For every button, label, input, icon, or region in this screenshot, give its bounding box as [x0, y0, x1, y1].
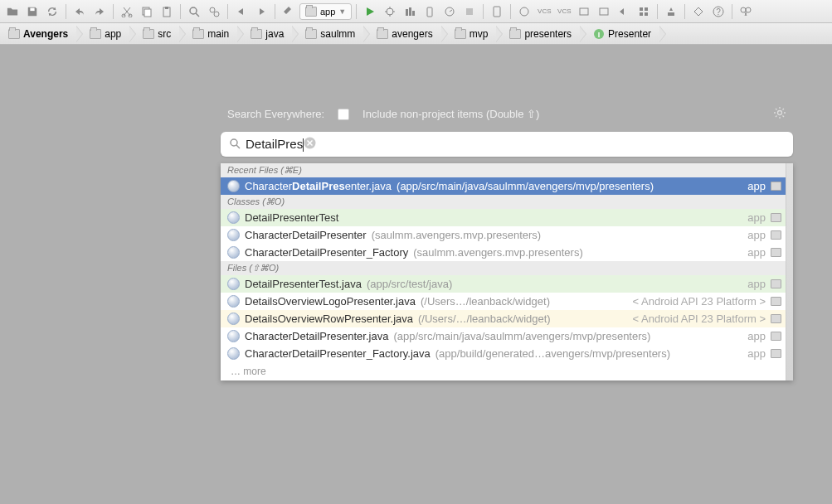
search-input-container[interactable]: DetailPres [221, 132, 793, 157]
result-path: (saulmm.avengers.mvp.presenters) [372, 229, 541, 241]
debug-icon[interactable] [381, 2, 399, 21]
toolbar-separator [66, 4, 66, 19]
vcs-revert-icon[interactable] [615, 2, 633, 21]
module-icon [771, 279, 781, 288]
breadcrumb-item[interactable]: IPresenter [588, 27, 659, 41]
sync-icon[interactable] [43, 2, 61, 21]
folder-icon [8, 29, 20, 39]
structure-icon[interactable] [635, 2, 653, 21]
svg-point-9 [214, 12, 219, 17]
search-icon [229, 138, 241, 152]
open-icon[interactable] [3, 2, 22, 21]
result-path: (app/src/main/java/saulmm/avengers/mvp/p… [397, 180, 654, 192]
toolbar-separator [180, 4, 181, 19]
folder-icon [90, 29, 101, 39]
folder-icon [192, 29, 204, 39]
breadcrumb-item[interactable]: avengers [372, 27, 440, 41]
result-row[interactable]: CharacterDetailPresenter_Factory.java (a… [221, 345, 793, 362]
result-row[interactable]: CharacterDetailPresenter.java (app/src/m… [221, 327, 793, 345]
clear-icon[interactable] [304, 137, 316, 152]
find-action-icon[interactable] [737, 2, 755, 21]
module-icon [771, 230, 781, 240]
svg-rect-14 [427, 7, 432, 17]
file-icon [227, 180, 240, 192]
avd-icon[interactable] [488, 2, 506, 21]
cut-icon[interactable] [118, 2, 136, 21]
breadcrumb-label: src [158, 28, 171, 40]
attach-icon[interactable] [421, 2, 439, 21]
save-icon[interactable] [23, 2, 41, 21]
breadcrumb-item[interactable]: saulmm [300, 27, 363, 41]
result-module: < Android API 23 Platform > [633, 313, 766, 325]
breadcrumb-item[interactable]: src [138, 27, 179, 41]
result-name: DetailsOverviewRowPresenter.java [245, 313, 413, 325]
result-row[interactable]: CharacterDetailPresenter.java (app/src/m… [221, 177, 793, 195]
result-row[interactable]: CharacterDetailPresenter_Factory (saulmm… [221, 244, 793, 261]
forward-icon[interactable] [252, 2, 270, 21]
search-input[interactable]: DetailPres [246, 137, 304, 152]
vcs-history-icon[interactable] [575, 2, 593, 21]
run-icon[interactable] [361, 2, 379, 21]
svg-rect-4 [144, 9, 151, 17]
result-name: CharacterDetailPresenter.java [245, 330, 388, 342]
result-path: (app/src/main/java/saulmm/avengers/mvp/p… [393, 330, 650, 342]
result-module: app [747, 229, 766, 241]
svg-point-8 [210, 7, 215, 12]
breadcrumb-item[interactable]: presenters [504, 27, 580, 41]
breadcrumb-item[interactable]: app [85, 27, 129, 41]
search-header: Search Everywhere: Include non-project i… [221, 101, 793, 132]
undo-icon[interactable] [71, 2, 89, 21]
settings-gear-icon[interactable] [773, 106, 786, 122]
breadcrumb-bar: Avengersappsrcmainjavasaulmmavengersmvpp… [0, 23, 832, 45]
breadcrumb-item[interactable]: mvp [450, 27, 497, 41]
result-row[interactable]: DetailsOverviewRowPresenter.java (/Users… [221, 310, 793, 327]
gradle-sync-icon[interactable] [515, 2, 533, 21]
theme-icon[interactable] [689, 2, 708, 21]
svg-point-10 [387, 8, 393, 15]
folder-icon [377, 29, 388, 39]
toolbar-separator [510, 4, 511, 19]
result-path: (app/src/test/java) [367, 278, 452, 290]
toolbar-separator [227, 4, 228, 19]
search-everywhere-popup: Search Everywhere: Include non-project i… [221, 101, 793, 380]
sdk-manager-icon[interactable] [662, 2, 680, 21]
vcs-update-icon[interactable]: VCS [535, 2, 553, 21]
result-name: CharacterDetailPresenter_Factory [245, 246, 408, 259]
result-row[interactable]: DetailsOverviewLogoPresenter.java (/User… [221, 293, 793, 310]
vcs-commit-icon[interactable]: VCS [555, 2, 573, 21]
vcs-push-icon[interactable] [595, 2, 613, 21]
result-row[interactable]: DetailPresenterTest app [221, 209, 793, 226]
build-icon[interactable] [280, 2, 298, 21]
breadcrumb-item[interactable]: java [246, 27, 292, 41]
profile-icon[interactable] [440, 2, 459, 21]
back-icon[interactable] [232, 2, 251, 21]
coverage-icon[interactable] [401, 2, 419, 21]
redo-icon[interactable] [90, 2, 109, 21]
find-icon[interactable] [185, 2, 203, 21]
replace-icon[interactable] [205, 2, 223, 21]
run-config-combo[interactable]: app ▼ [299, 3, 352, 20]
stop-icon[interactable] [460, 2, 479, 21]
result-row[interactable]: DetailPresenterTest.java (app/src/test/j… [221, 275, 793, 293]
help-icon[interactable]: ? [709, 2, 727, 21]
folder-icon [143, 29, 154, 39]
module-icon [771, 248, 781, 257]
copy-icon[interactable] [138, 2, 156, 21]
folder-icon [509, 29, 521, 39]
svg-rect-17 [494, 7, 500, 17]
toolbar-separator [732, 4, 732, 19]
more-link[interactable]: … more [221, 362, 793, 380]
interface-icon: I [593, 28, 605, 40]
breadcrumb-item[interactable]: main [187, 27, 237, 41]
include-nonproject-checkbox[interactable] [338, 109, 349, 120]
breadcrumb-label: main [207, 28, 229, 40]
file-icon [227, 211, 240, 224]
svg-rect-12 [409, 7, 411, 16]
result-row[interactable]: CharacterDetailPresenter (saulmm.avenger… [221, 226, 793, 244]
result-path: (/Users…/leanback/widget) [421, 295, 550, 308]
paste-icon[interactable] [158, 2, 176, 21]
svg-point-18 [520, 7, 528, 16]
file-icon [227, 330, 240, 342]
breadcrumb-item[interactable]: Avengers [3, 27, 76, 41]
breadcrumb-label: Presenter [608, 28, 651, 40]
